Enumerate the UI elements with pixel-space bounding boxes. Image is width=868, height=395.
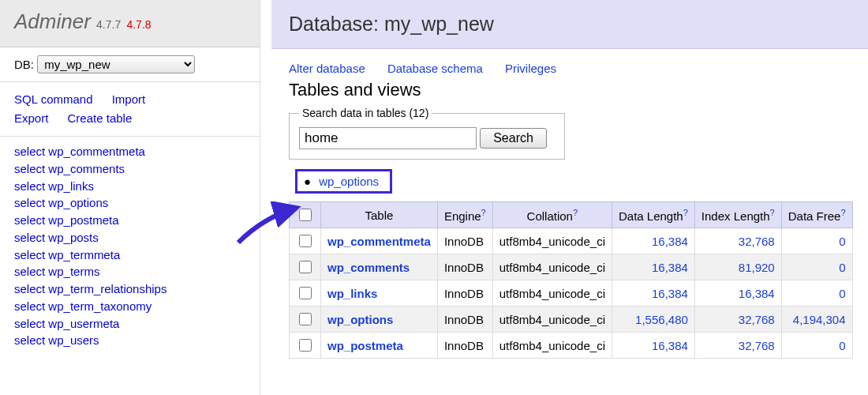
cell-table: wp_links [321, 280, 438, 307]
create-table-link[interactable]: Create table [68, 111, 133, 125]
export-link[interactable]: Export [14, 111, 48, 125]
sidebar-table-item: select wp_termmeta [14, 246, 245, 264]
sidebar-table-select-link[interactable]: select [14, 196, 45, 209]
table-name-link[interactable]: wp_commentmeta [327, 235, 431, 248]
help-icon[interactable]: ? [840, 208, 845, 217]
cell-collation: utf8mb4_unicode_ci [492, 333, 612, 359]
sidebar-table-name-link[interactable]: wp_comments [48, 162, 125, 175]
sidebar-table-select-link[interactable]: select [14, 213, 45, 227]
col-engine-label: Engine [444, 209, 481, 223]
db-select[interactable]: my_wp_new [37, 55, 195, 73]
sidebar-table-name-link[interactable]: wp_posts [48, 231, 98, 244]
table-name-link[interactable]: wp_comments [327, 261, 410, 274]
cell-data-free-link[interactable]: 0 [839, 339, 845, 352]
cell-data-length: 16,384 [612, 254, 694, 280]
cell-data-free-link[interactable]: 0 [839, 287, 845, 300]
sidebar-table-name-link[interactable]: wp_postmeta [48, 213, 118, 227]
search-result-table-link[interactable]: wp_options [319, 175, 379, 188]
cell-data-length-link[interactable]: 16,384 [652, 287, 688, 300]
cell-collation: utf8mb4_unicode_ci [492, 254, 612, 280]
cell-check [290, 333, 321, 359]
sidebar-table-name-link[interactable]: wp_term_relationships [48, 282, 166, 295]
cell-data-length-link[interactable]: 16,384 [652, 261, 688, 274]
row-checkbox[interactable] [299, 235, 312, 247]
sidebar-table-item: select wp_comments [14, 160, 245, 178]
cell-data-length-link[interactable]: 16,384 [652, 339, 688, 352]
search-fieldset: Search data in tables (12) Search [289, 107, 565, 160]
cell-data-free-link[interactable]: 4,194,304 [793, 313, 846, 326]
search-button[interactable]: Search [480, 128, 547, 149]
help-icon[interactable]: ? [683, 208, 688, 217]
cell-check [290, 254, 321, 280]
cell-collation: utf8mb4_unicode_ci [492, 280, 612, 307]
row-checkbox[interactable] [299, 313, 312, 325]
sidebar-tables-list: select wp_commentmetaselect wp_commentss… [0, 137, 260, 356]
sidebar-table-select-link[interactable]: select [14, 162, 45, 175]
main: Database: my_wp_new Alter database Datab… [271, 0, 868, 395]
cell-index-length-link[interactable]: 32,768 [739, 313, 775, 326]
table-name-link[interactable]: wp_links [327, 287, 377, 300]
sidebar-table-select-link[interactable]: select [14, 248, 45, 261]
cell-table: wp_commentmeta [321, 228, 438, 254]
cell-table: wp_comments [321, 254, 438, 280]
cell-index-length: 32,768 [694, 307, 781, 333]
cell-collation: utf8mb4_unicode_ci [492, 307, 612, 333]
cell-table: wp_postmeta [321, 333, 438, 359]
sidebar-table-item: select wp_term_relationships [14, 280, 245, 298]
sidebar-table-name-link[interactable]: wp_links [48, 179, 94, 193]
import-link[interactable]: Import [112, 92, 146, 106]
cell-index-length: 16,384 [694, 280, 781, 307]
cell-check [290, 307, 321, 333]
sidebar-table-select-link[interactable]: select [14, 333, 45, 347]
bullet-icon: ● [304, 175, 311, 188]
sidebar-table-select-link[interactable]: select [14, 265, 45, 278]
privileges-link[interactable]: Privileges [505, 62, 556, 75]
app-version-latest[interactable]: 4.7.8 [126, 18, 151, 31]
table-name-link[interactable]: wp_options [327, 313, 393, 326]
actions-row: Alter database Database schema Privilege… [271, 49, 868, 78]
search-input[interactable] [299, 127, 477, 149]
sidebar-table-select-link[interactable]: select [14, 282, 45, 295]
help-icon[interactable]: ? [481, 208, 486, 217]
help-icon[interactable]: ? [770, 208, 775, 217]
cell-data-free-link[interactable]: 0 [839, 235, 845, 248]
cell-engine: InnoDB [437, 280, 492, 307]
sidebar-table-name-link[interactable]: wp_terms [48, 265, 99, 278]
check-all[interactable] [299, 209, 312, 221]
sidebar-table-name-link[interactable]: wp_termmeta [48, 248, 120, 261]
cell-index-length-link[interactable]: 32,768 [739, 339, 775, 352]
cell-data-free: 4,194,304 [781, 307, 852, 333]
sidebar-table-name-link[interactable]: wp_options [48, 196, 108, 209]
sidebar-table-name-link[interactable]: wp_usermeta [48, 317, 119, 330]
sql-command-link[interactable]: SQL command [14, 92, 93, 106]
sidebar-table-name-link[interactable]: wp_term_taxonomy [48, 299, 152, 313]
sidebar-header: Adminer 4.7.7 4.7.8 [0, 0, 260, 47]
cell-data-free-link[interactable]: 0 [839, 261, 845, 274]
cell-data-length-link[interactable]: 16,384 [652, 235, 688, 248]
database-schema-link[interactable]: Database schema [387, 62, 483, 75]
row-checkbox[interactable] [299, 339, 312, 352]
sidebar-table-item: select wp_links [14, 178, 245, 195]
sidebar-table-select-link[interactable]: select [14, 299, 45, 313]
sidebar-table-item: select wp_usermeta [14, 315, 245, 333]
cell-data-length-link[interactable]: 1,556,480 [635, 313, 688, 326]
sidebar-table-item: select wp_commentmeta [14, 143, 245, 160]
help-icon[interactable]: ? [573, 208, 578, 217]
app-version-current: 4.7.7 [96, 18, 121, 31]
sidebar-table-select-link[interactable]: select [14, 317, 45, 330]
sidebar-table-select-link[interactable]: select [14, 179, 45, 193]
sidebar-table-select-link[interactable]: select [14, 231, 45, 244]
cell-index-length-link[interactable]: 32,768 [739, 235, 775, 248]
alter-database-link[interactable]: Alter database [289, 62, 365, 75]
page-title-prefix: Database: [289, 13, 384, 35]
sidebar-table-select-link[interactable]: select [14, 145, 45, 158]
row-checkbox[interactable] [299, 261, 312, 273]
table-name-link[interactable]: wp_postmeta [327, 339, 403, 352]
sidebar-table-name-link[interactable]: wp_commentmeta [48, 145, 145, 158]
cell-index-length-link[interactable]: 81,920 [739, 261, 775, 274]
col-data-free: Data Free? [781, 202, 852, 228]
cell-data-free: 0 [781, 254, 852, 280]
row-checkbox[interactable] [299, 287, 312, 299]
sidebar-table-name-link[interactable]: wp_users [48, 333, 99, 347]
cell-index-length-link[interactable]: 16,384 [739, 287, 775, 300]
